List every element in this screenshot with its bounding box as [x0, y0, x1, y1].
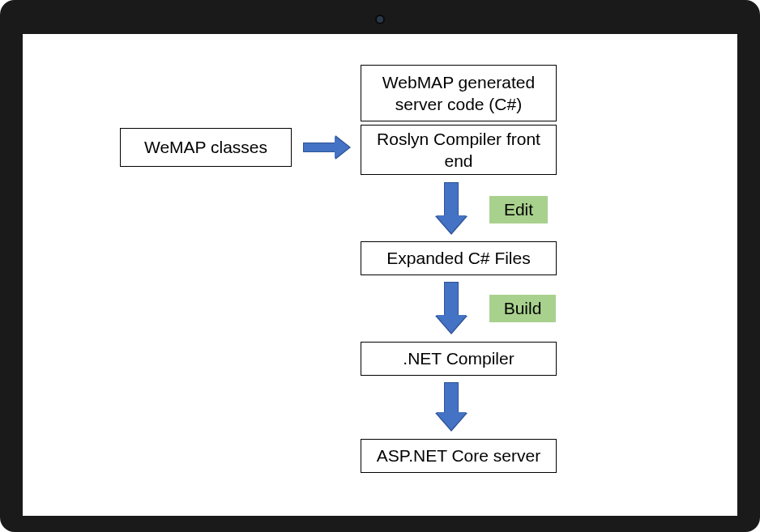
badge-label: Edit	[504, 200, 533, 219]
badge-label: Build	[504, 299, 542, 318]
node-label: WeMAP classes	[144, 136, 267, 158]
node-label: ASP.NET Core server	[377, 445, 540, 466]
node-expanded-files: Expanded C# Files	[361, 241, 557, 275]
node-label: WebMAP generated server code (C#)	[369, 71, 548, 116]
arrow-down-icon	[444, 382, 459, 413]
badge-edit: Edit	[489, 196, 548, 223]
node-label: Expanded C# Files	[386, 247, 530, 269]
node-wemap-classes: WeMAP classes	[120, 128, 292, 167]
camera-icon	[375, 15, 385, 24]
badge-build: Build	[489, 295, 556, 322]
node-label: .NET Compiler	[403, 347, 514, 369]
node-label: Roslyn Compiler front end	[369, 128, 548, 172]
node-webmap-generated: WebMAP generated server code (C#)	[361, 65, 557, 121]
node-roslyn-compiler: Roslyn Compiler front end	[361, 125, 557, 175]
node-net-compiler: .NET Compiler	[361, 342, 557, 376]
arrow-down-icon	[444, 182, 459, 216]
node-aspnet-core: ASP.NET Core server	[361, 439, 557, 473]
flowchart-diagram: WeMAP classes WebMAP generated server co…	[23, 34, 737, 516]
arrow-down-icon	[444, 282, 459, 316]
arrow-right-icon	[303, 143, 335, 152]
